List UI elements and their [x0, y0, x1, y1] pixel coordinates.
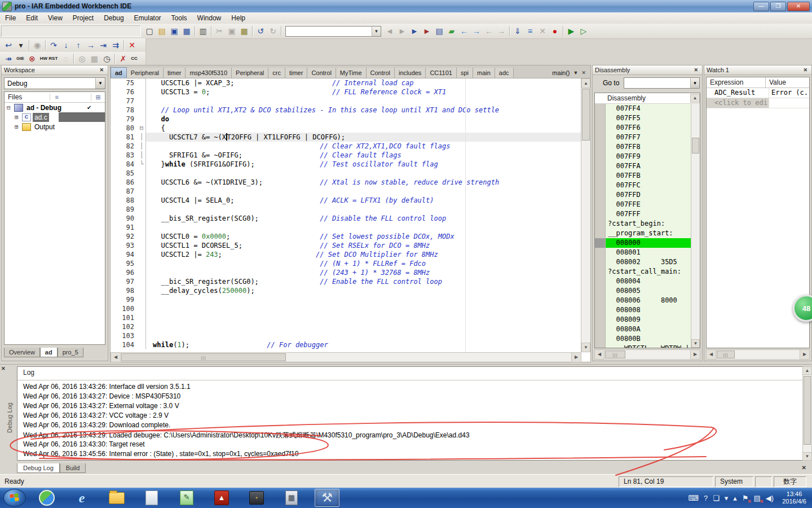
- restore-window-icon[interactable]: ❏: [713, 494, 720, 502]
- close-button[interactable]: ✕: [787, 2, 810, 11]
- disassembly-row[interactable]: __program_start:: [595, 229, 691, 238]
- toggle-breakpoint-button[interactable]: ●: [549, 25, 561, 37]
- code-line[interactable]: 77: [111, 97, 581, 106]
- disassembly-gutter[interactable]: [595, 161, 606, 171]
- disassembly-gutter[interactable]: [595, 133, 606, 142]
- line-number[interactable]: 92: [111, 232, 138, 241]
- minimize-button[interactable]: —: [753, 2, 769, 11]
- line-number[interactable]: 97: [111, 277, 138, 286]
- editor-close-icon[interactable]: ✕: [581, 70, 586, 76]
- editor-tab-mytime[interactable]: MyTime: [336, 68, 367, 78]
- disassembly-gutter[interactable]: [595, 277, 606, 286]
- disassembly-row[interactable]: 007FF8: [595, 142, 691, 152]
- save-all-button[interactable]: ▦: [180, 25, 193, 37]
- taskbar-project-editor-icon[interactable]: ✎: [175, 489, 198, 506]
- line-number[interactable]: 89: [111, 205, 138, 214]
- editor-tab-timer[interactable]: timer: [164, 68, 186, 78]
- quick-search-combobox[interactable]: ▼: [285, 26, 381, 37]
- log-close-icon[interactable]: ✕: [1, 366, 6, 371]
- disassembly-row[interactable]: 007FFF: [595, 209, 691, 219]
- code-line[interactable]: 86 UCSCTL6 &= ~(XT1DRIVE_3); // Xtal is …: [111, 178, 581, 187]
- code-line[interactable]: 96 // (243 + 1) * 32768 = 8MHz: [111, 268, 581, 277]
- step-into-button[interactable]: ↓: [60, 40, 72, 51]
- editor-horizontal-scrollbar[interactable]: ◀ ||| ▶: [111, 352, 581, 362]
- disassembly-gutter[interactable]: [595, 142, 606, 152]
- reset-button[interactable]: ↩: [2, 40, 15, 51]
- workspace-close-icon[interactable]: ✕: [98, 67, 105, 73]
- code-line[interactable]: 90 __bis_SR_register(SCG0); // Disable t…: [111, 214, 581, 223]
- code-line[interactable]: 83│ SFRIFG1 &= ~OFIFG; // Clear fault fl…: [111, 151, 581, 160]
- scroll-up-arrow[interactable]: ▲: [690, 94, 700, 103]
- watch-row[interactable]: <click to edi...: [707, 98, 809, 108]
- network-error-icon[interactable]: ▤✕: [754, 494, 761, 502]
- tree-expander-icon[interactable]: ⊞: [15, 124, 21, 130]
- workspace-item-ad-c[interactable]: ⊞Cad.c: [5, 112, 105, 122]
- line-number[interactable]: 85: [111, 169, 138, 178]
- editor-tab-spi[interactable]: spi: [457, 68, 473, 78]
- code-line[interactable]: 94 UCSCTL2 |= 243; // Set DCO Multiplier…: [111, 250, 581, 259]
- watch-horizontal-scrollbar[interactable]: ◀ ||| ▶: [706, 349, 810, 359]
- editor-tab-includes[interactable]: includes: [395, 68, 426, 78]
- disassembly-gutter[interactable]: [595, 152, 606, 161]
- editor-tab-msp430f5310[interactable]: msp430f5310: [186, 68, 232, 78]
- menu-emulator[interactable]: Emulator: [129, 13, 166, 23]
- disassembly-vertical-scrollbar[interactable]: ▼: [691, 104, 700, 348]
- disassembly-gutter[interactable]: [595, 209, 606, 219]
- disassembly-horizontal-scrollbar[interactable]: ◀ ||| ▶: [594, 349, 700, 359]
- line-number[interactable]: 99: [111, 295, 138, 304]
- code-line[interactable]: 88 UCSCTL4 |= SELA_0; // ACLK = LFTX1 (b…: [111, 196, 581, 205]
- line-number[interactable]: 94: [111, 250, 138, 259]
- code-line[interactable]: 104while(1); // For debugger: [111, 340, 581, 349]
- disassembly-row[interactable]: ?cstart_call_main:: [595, 267, 691, 277]
- action-center-flag-icon[interactable]: ⚑✕: [742, 494, 749, 502]
- line-number[interactable]: 100: [111, 304, 138, 313]
- line-number[interactable]: 79: [111, 115, 138, 124]
- scroll-right-arrow[interactable]: ▶: [690, 349, 700, 360]
- line-number[interactable]: 96: [111, 268, 138, 277]
- line-number[interactable]: 93: [111, 241, 138, 250]
- scroll-right-arrow[interactable]: ▶: [800, 349, 810, 360]
- disassembly-row[interactable]: 008002 35D5: [595, 257, 691, 267]
- code-line[interactable]: 85: [111, 169, 581, 178]
- code-line[interactable]: 93 UCSCTL1 = DCORSEL_5; // Set RSELx for…: [111, 241, 581, 250]
- disassembly-gutter[interactable]: [595, 344, 606, 348]
- configuration-dropdown[interactable]: Debug ▼: [4, 77, 105, 89]
- scroll-thumb[interactable]: [582, 89, 590, 141]
- context-function-dropdown[interactable]: main(): [552, 69, 570, 76]
- line-number[interactable]: 102: [111, 322, 138, 331]
- taskbar-360safe-icon[interactable]: [35, 489, 59, 506]
- scroll-down-arrow[interactable]: ▼: [803, 452, 811, 460]
- undo-button[interactable]: ↺: [254, 25, 267, 37]
- disassembly-row[interactable]: 007FFD: [595, 190, 691, 200]
- taskbar-calculator-icon[interactable]: ▦: [280, 489, 303, 506]
- disassembly-gutter[interactable]: [595, 257, 606, 267]
- make-button[interactable]: ⇓: [511, 25, 524, 37]
- disassembly-close-icon[interactable]: ✕: [692, 67, 700, 73]
- disassembly-gutter[interactable]: [595, 315, 606, 325]
- menu-file[interactable]: File: [0, 13, 21, 23]
- log-tab-build[interactable]: Build: [60, 463, 86, 473]
- code-line[interactable]: 78 // Loop until XT1,XT2 & DCO stabilize…: [111, 106, 581, 115]
- disassembly-row[interactable]: 007FFC: [595, 181, 691, 190]
- disassembly-row[interactable]: 008004: [595, 277, 691, 286]
- navigate-backward-button[interactable]: ←: [458, 25, 470, 37]
- line-number[interactable]: 77: [111, 97, 138, 106]
- navigate-forward-button[interactable]: →: [470, 25, 483, 37]
- menu-debug[interactable]: Debug: [99, 13, 129, 23]
- disassembly-gutter[interactable]: [595, 181, 606, 190]
- menu-tools[interactable]: Tools: [166, 13, 192, 23]
- line-number[interactable]: 86: [111, 178, 138, 187]
- compile-button[interactable]: ≡: [524, 25, 536, 37]
- run-to-cursor-button[interactable]: ⇥: [97, 40, 109, 51]
- chevron-down-icon[interactable]: ▾: [725, 494, 729, 502]
- macro-button[interactable]: ✗: [117, 53, 129, 64]
- workspace-tab-ad[interactable]: ad: [40, 348, 58, 357]
- line-number[interactable]: 78: [111, 106, 138, 115]
- scroll-left-arrow[interactable]: ◀: [706, 349, 716, 360]
- download-and-debug-button[interactable]: ▶: [565, 25, 577, 37]
- menu-project[interactable]: Project: [68, 13, 99, 23]
- code-line[interactable]: 103: [111, 331, 581, 340]
- editor-tab-control[interactable]: Control: [367, 68, 395, 78]
- code-line[interactable]: 79 do: [111, 115, 581, 124]
- line-number[interactable]: 84: [111, 160, 138, 169]
